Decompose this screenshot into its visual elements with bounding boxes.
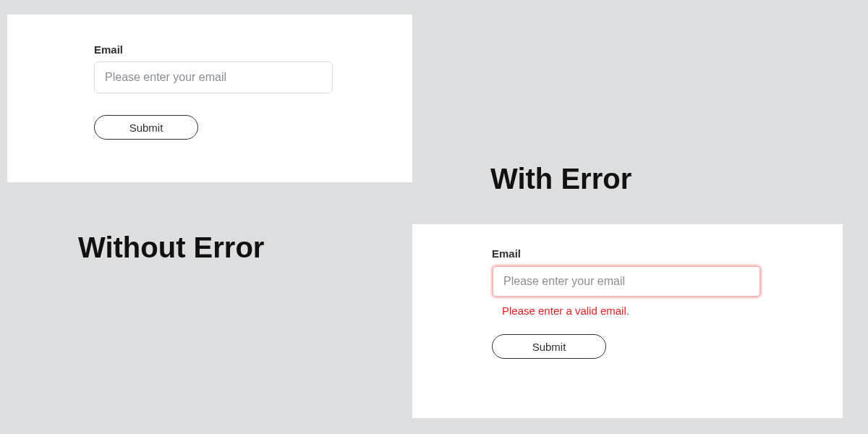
submit-button[interactable]: Submit [94, 115, 198, 140]
email-input-error[interactable] [492, 265, 761, 297]
form-panel-with-error: Email Please enter a valid email. Submit [412, 224, 843, 418]
email-label: Email [492, 247, 756, 260]
email-input[interactable] [94, 61, 333, 93]
email-error-message: Please enter a valid email. [502, 305, 756, 317]
heading-with-error: With Error [490, 163, 631, 195]
submit-button[interactable]: Submit [492, 334, 606, 359]
form-panel-without-error: Email Submit [7, 14, 412, 182]
heading-without-error: Without Error [78, 231, 264, 264]
email-label: Email [94, 43, 326, 56]
